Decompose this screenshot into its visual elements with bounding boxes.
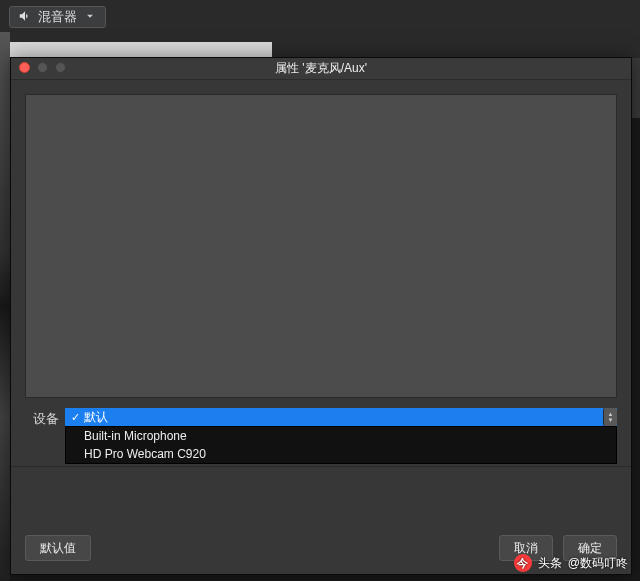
- minimize-icon[interactable]: [37, 62, 48, 73]
- close-icon[interactable]: [19, 62, 30, 73]
- zoom-icon[interactable]: [55, 62, 66, 73]
- device-option[interactable]: Built-in Microphone: [66, 427, 616, 445]
- speaker-icon: [18, 9, 32, 26]
- mixer-dropdown-button[interactable]: 混音器: [9, 6, 106, 28]
- source-preview: [25, 94, 617, 398]
- dialog-title: 属性 '麦克风/Aux': [275, 60, 367, 77]
- check-icon: ✓: [71, 411, 80, 424]
- defaults-button[interactable]: 默认值: [25, 535, 91, 561]
- device-dropdown: Built-in Microphone HD Pro Webcam C920: [65, 426, 617, 464]
- defaults-button-label: 默认值: [40, 540, 76, 557]
- preview-panel-strip: [10, 42, 272, 57]
- device-selected[interactable]: ✓ 默认 ▲▼: [65, 408, 617, 426]
- bg-strip-left: [0, 32, 10, 581]
- dialog-footer: 默认值 取消 确定: [11, 522, 631, 574]
- properties-dialog: 属性 '麦克风/Aux' 设备 ✓ 默认 ▲▼ Built-in Microph…: [10, 57, 632, 575]
- chevron-down-icon: [83, 9, 97, 26]
- select-stepper-icon[interactable]: ▲▼: [603, 408, 617, 426]
- window-controls: [19, 62, 66, 73]
- dialog-titlebar: 属性 '麦克风/Aux': [11, 58, 631, 80]
- device-row: 设备 ✓ 默认 ▲▼ Built-in Microphone HD Pro We…: [25, 408, 617, 428]
- cancel-button-label: 取消: [514, 540, 538, 557]
- device-label: 设备: [25, 408, 65, 428]
- mixer-label: 混音器: [38, 8, 77, 26]
- separator: [11, 466, 631, 467]
- dialog-content: 设备 ✓ 默认 ▲▼ Built-in Microphone HD Pro We…: [11, 80, 631, 522]
- cancel-button[interactable]: 取消: [499, 535, 553, 561]
- device-select[interactable]: ✓ 默认 ▲▼ Built-in Microphone HD Pro Webca…: [65, 408, 617, 426]
- device-option[interactable]: HD Pro Webcam C920: [66, 445, 616, 463]
- ok-button[interactable]: 确定: [563, 535, 617, 561]
- ok-button-label: 确定: [578, 540, 602, 557]
- device-selected-text: 默认: [84, 409, 108, 426]
